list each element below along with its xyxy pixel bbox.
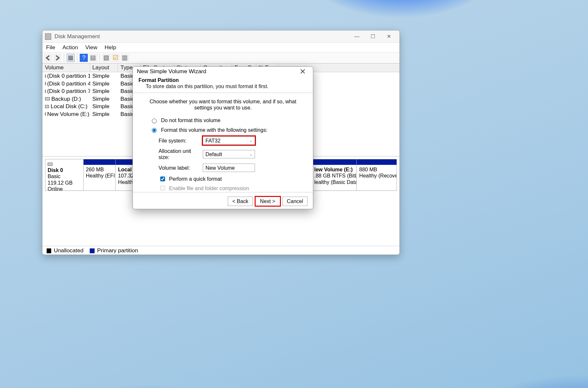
radio-do-not-format[interactable]: Do not format this volume: [150, 117, 302, 124]
legend-unallocated: Unallocated: [47, 247, 84, 254]
partition-size: .88 GB NTFS (BitLock: [314, 173, 354, 179]
legend-bar: Unallocated Primary partition: [42, 246, 399, 255]
partition-box[interactable]: Local D107.32 GHealthy: [116, 159, 133, 191]
cancel-button[interactable]: Cancel: [282, 197, 307, 206]
window-minimize-button[interactable]: —: [349, 31, 365, 42]
volume-name: (Disk 0 partition 1): [47, 73, 90, 79]
col-volume[interactable]: Volume: [42, 63, 90, 72]
compression-label: Enable file and folder compression: [169, 185, 249, 191]
partition-size: 107.32 G: [118, 173, 131, 179]
allocation-unit-value: Default: [205, 151, 222, 157]
disk-status: Online: [48, 186, 81, 192]
volume-label-value: New Volume: [205, 165, 235, 171]
file-system-row: File system: FAT32 ⌄: [159, 136, 302, 145]
menu-help[interactable]: Help: [103, 44, 117, 51]
compression-checkbox-row: Enable file and folder compression: [159, 185, 302, 192]
volume-icon: [45, 90, 46, 93]
col-layout[interactable]: Layout: [90, 63, 118, 72]
volume-layout: Simple: [90, 88, 118, 95]
partition-title: Local D: [118, 166, 131, 173]
chevron-down-icon: ⌄: [249, 139, 252, 143]
dialog-header: Format Partition To store data on this p…: [133, 76, 313, 93]
partition-size: 260 MB: [86, 166, 113, 173]
menu-bar: File Action View Help: [42, 42, 399, 52]
volume-name: New Volume (E:): [47, 111, 89, 118]
window-close-button[interactable]: ✕: [381, 31, 397, 42]
next-button[interactable]: Next >: [255, 197, 280, 206]
volume-label-row: Volume label: New Volume: [159, 164, 302, 172]
volume-name: (Disk 0 partition 4): [47, 80, 90, 87]
partition-size: 880 MB: [359, 166, 394, 173]
quick-format-label: Perform a quick format: [169, 176, 222, 182]
radio-format[interactable]: Format this volume with the following se…: [150, 127, 302, 133]
volume-icon: [45, 97, 50, 100]
window-maximize-button[interactable]: ☐: [365, 31, 381, 42]
toolbar-icon-1[interactable]: ▦: [67, 54, 75, 62]
radio-format-label: Format this volume with the following se…: [161, 127, 268, 133]
allocation-unit-label: Allocation unit size:: [159, 148, 203, 160]
dialog-button-bar: < Back Next > Cancel: [133, 192, 313, 210]
partition-box[interactable]: 260 MBHealthy (EFI S: [84, 159, 116, 191]
quick-format-checkbox[interactable]: [160, 177, 165, 182]
disk-name: Disk 0: [48, 167, 81, 173]
legend-primary: Primary partition: [90, 247, 138, 254]
dialog-title: New Simple Volume Wizard: [137, 68, 206, 75]
volume-icon: [45, 74, 46, 78]
file-system-label: File system:: [159, 138, 203, 144]
toolbar-icon-3[interactable]: ▧: [102, 54, 110, 62]
chevron-down-icon: ⌄: [249, 152, 252, 156]
dialog-intro-text: Choose whether you want to format this v…: [144, 98, 302, 111]
volume-label-input[interactable]: New Volume: [203, 164, 255, 172]
menu-action[interactable]: Action: [61, 44, 79, 51]
volume-name: (Disk 0 partition 7): [47, 88, 90, 95]
volume-icon: [45, 112, 46, 116]
back-button[interactable]: < Back: [228, 197, 253, 206]
menu-file[interactable]: File: [45, 44, 56, 51]
window-title: Disk Management: [54, 33, 100, 40]
radio-format-input[interactable]: [152, 128, 157, 133]
disk-info-box[interactable]: Disk 0 Basic 119.12 GB Online: [45, 159, 84, 191]
file-system-dropdown[interactable]: FAT32 ⌄: [203, 136, 255, 145]
app-icon: [45, 33, 52, 40]
dialog-heading: Format Partition: [139, 77, 307, 83]
new-simple-volume-wizard-dialog: New Simple Volume Wizard Format Partitio…: [133, 66, 313, 209]
volume-name: Backup (D:): [51, 96, 81, 102]
partition-status: Healthy (EFI S: [86, 173, 113, 179]
disk-kind: Basic: [48, 173, 81, 179]
menu-view[interactable]: View: [84, 44, 98, 51]
volume-name: Local Disk (C:): [51, 103, 87, 110]
file-system-value: FAT32: [205, 138, 220, 144]
help-icon[interactable]: ?: [80, 54, 88, 62]
quick-format-checkbox-row[interactable]: Perform a quick format: [159, 175, 302, 183]
disk-size: 119.12 GB: [48, 180, 81, 186]
toolbar-icon-4[interactable]: ☑: [111, 54, 120, 62]
partition-box[interactable]: lew Volume (E:).88 GB NTFS (BitLocklealt…: [312, 159, 357, 191]
partition-title: lew Volume (E:): [314, 166, 354, 173]
volume-layout: Simple: [90, 96, 118, 102]
volume-icon: [45, 82, 46, 85]
toolbar: ▦ ? ▤ ▧ ☑ ▥: [42, 52, 399, 63]
volume-label-label: Volume label:: [159, 165, 203, 171]
window-titlebar[interactable]: Disk Management — ☐ ✕: [42, 30, 399, 42]
back-icon[interactable]: [44, 54, 52, 62]
dialog-body: Choose whether you want to format this v…: [133, 93, 313, 192]
allocation-unit-dropdown[interactable]: Default ⌄: [203, 150, 255, 158]
compression-checkbox: [160, 186, 165, 191]
volume-layout: Simple: [90, 103, 118, 110]
dialog-close-button[interactable]: [296, 67, 309, 76]
partition-status: lealthy (Basic Data Pa: [314, 179, 354, 185]
volume-layout: Simple: [90, 73, 118, 79]
partition-box[interactable]: 880 MBHealthy (Recovery: [357, 159, 397, 191]
volume-layout: Simple: [90, 111, 118, 118]
toolbar-icon-2[interactable]: ▤: [89, 54, 97, 62]
radio-do-not-format-input[interactable]: [152, 119, 157, 124]
dialog-subheading: To store data on this partition, you mus…: [139, 83, 307, 89]
dialog-titlebar[interactable]: New Simple Volume Wizard: [133, 67, 313, 76]
partition-status: Healthy: [118, 179, 131, 185]
radio-do-not-format-label: Do not format this volume: [161, 117, 221, 123]
disk-icon: [48, 163, 52, 166]
toolbar-icon-5[interactable]: ▥: [121, 54, 129, 62]
partition-status: Healthy (Recovery: [359, 173, 394, 179]
volume-icon: [45, 105, 49, 108]
forward-icon[interactable]: [53, 54, 62, 62]
